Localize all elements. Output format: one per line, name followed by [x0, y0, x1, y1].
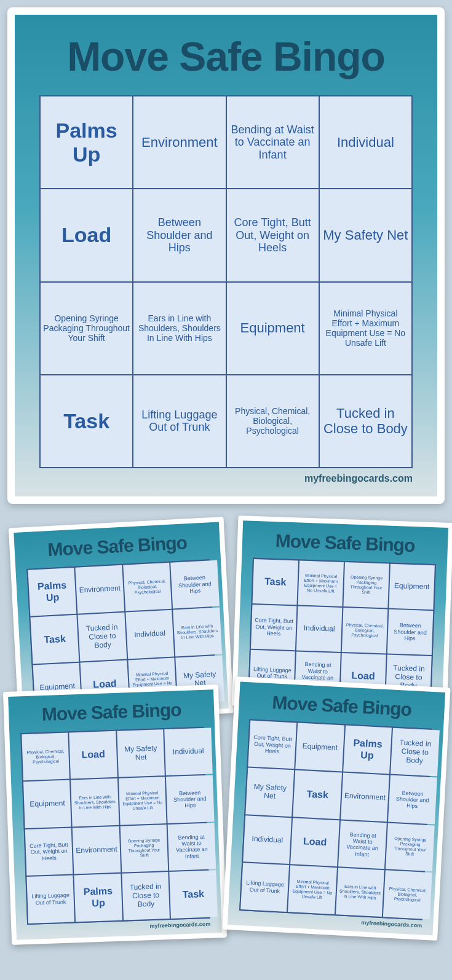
bingo-cell: Between Shoulder and Hips [170, 560, 219, 609]
bingo-cell: Ears in Line with Shoulders, Shoulders I… [336, 868, 384, 916]
bingo-cell: Lifting Luggage Out of Trunk [133, 375, 225, 467]
bingo-cell: Tucked in Close to Body [391, 728, 439, 777]
bingo-cell: Tucked in Close to Body [78, 613, 127, 661]
bingo-cell: Physical, Chemical, Biological, Psycholo… [227, 375, 319, 467]
bingo-cell: Environment [73, 826, 121, 874]
bingo-cell: Opening Syringe Packaging Throughout You… [343, 562, 389, 608]
bingo-cell: My Safety Net [245, 768, 294, 817]
bingo-cell: Individual [164, 727, 212, 775]
bingo-cell: Core Tight, Butt Out, Weight on Heels [227, 189, 319, 281]
bingo-cell: Tucked in Close to Body [320, 375, 411, 467]
card-title: Move Safe Bingo [250, 691, 434, 721]
bingo-cell: Load [41, 189, 132, 281]
bingo-cell: Opening Syringe Packaging Throughout You… [41, 283, 132, 374]
bingo-cell: Physical, Chemical, Biological, Psycholo… [22, 733, 69, 781]
bingo-cell: Environment [76, 565, 124, 614]
bingo-cell: Task [31, 615, 79, 664]
bingo-cell: Lifting Luggage Out of Trunk [240, 863, 289, 911]
bingo-cell: Palms Up [28, 568, 76, 616]
bingo-cell: Minimal Physical Effort + Maximum Equipm… [288, 865, 336, 914]
bingo-cell: Ears in Line with Shoulders, Shoulders I… [133, 283, 225, 374]
bingo-grid-main: Palms UpEnvironmentBending at Waist to V… [39, 95, 413, 468]
bingo-cell: Individual [320, 96, 411, 188]
bingo-grid-thumb4: Core Tight, Butt Out, Weight on HeelsEqu… [239, 719, 432, 920]
bingo-cell: Equipment [296, 723, 344, 772]
bingo-cell: Opening Syringe Packaging Throughout You… [120, 825, 168, 872]
bingo-cell: Core Tight, Butt Out, Weight on Heels [25, 828, 73, 876]
bingo-cell: Individual [125, 610, 174, 659]
thumb-card-3: Move Safe Bingo Physical, Chemical, Biol… [3, 684, 227, 944]
bingo-cell: Between Shoulder and Hips [387, 610, 433, 655]
thumbnails-area: Move Safe Bingo Palms UpEnvironmentPhysi… [7, 516, 445, 971]
bingo-cell: Opening Syringe Packaging Throughout You… [386, 823, 434, 871]
bingo-cell: My Safety Net [117, 729, 165, 777]
bingo-cell: Equipment [23, 780, 71, 828]
bingo-cell: Core Tight, Butt Out, Weight on Heels [251, 605, 296, 650]
bingo-cell: Between Shoulder and Hips [388, 775, 437, 824]
bingo-cell: Task [253, 559, 298, 605]
main-bingo-card: Move Safe Bingo Palms UpEnvironmentBendi… [7, 7, 445, 504]
bingo-cell: Ears in Line with Shoulders, Shoulders I… [71, 778, 119, 826]
bingo-grid-thumb3: Physical, Chemical, Biological, Psycholo… [20, 727, 210, 925]
bingo-cell: Palms Up [343, 726, 392, 774]
bingo-cell: Load [291, 818, 339, 866]
card-footer: myfreebingocards.com [39, 473, 413, 484]
bingo-cell: Lifting Luggage Out of Trunk [26, 876, 74, 923]
card-title: Move Safe Bingo [253, 530, 437, 557]
bingo-cell: Minimal Physical Effort + Maximum Equipm… [298, 561, 343, 606]
bingo-cell: Load [69, 731, 117, 779]
bingo-cell: My Safety Net [320, 189, 411, 281]
bingo-cell: Tucked in Close to Body [122, 872, 170, 920]
card-title: Move Safe Bingo [25, 531, 209, 562]
bingo-cell: Individual [296, 606, 342, 651]
bingo-cell: Individual [243, 815, 291, 864]
bingo-cell: Palms Up [41, 96, 132, 188]
thumb-card-4: Move Safe Bingo Core Tight, Butt Out, We… [222, 676, 450, 940]
bingo-cell: Environment [341, 773, 389, 821]
bingo-cell: Equipment [389, 564, 434, 610]
bingo-cell: Task [293, 770, 342, 819]
card-title: Move Safe Bingo [39, 33, 413, 80]
bingo-cell: Ears in Line with Shoulders, Shoulders I… [173, 608, 221, 656]
bingo-cell: Equipment [227, 283, 319, 374]
bingo-cell: Core Tight, Butt Out, Weight on Heels [248, 720, 296, 769]
bingo-cell: Bending at Waist to Vaccinate an Infant [168, 823, 216, 871]
bingo-cell: Task [41, 375, 132, 467]
bingo-cell: Physical, Chemical, Biological, Psycholo… [342, 608, 387, 653]
card-title: Move Safe Bingo [20, 699, 204, 726]
bingo-cell: Bending at Waist to Vaccinate an Infant [227, 96, 319, 188]
bingo-cell: Palms Up [74, 874, 122, 922]
bingo-cell: Environment [133, 96, 225, 188]
card-inner: Move Safe Bingo Palms UpEnvironmentBendi… [15, 15, 437, 496]
bingo-cell: Physical, Chemical, Biological, Psycholo… [123, 563, 172, 611]
bingo-cell: Physical, Chemical, Biological, Psycholo… [383, 870, 432, 919]
bingo-cell: Minimal Physical Effort + Maximum Equipm… [320, 283, 411, 374]
bingo-cell: Task [169, 870, 217, 918]
bingo-cell: Bending at Waist to Vaccinate an Infant [338, 820, 387, 869]
bingo-cell: Minimal Physical Effort + Maximum Equipm… [119, 777, 167, 825]
bingo-cell: Between Shoulder and Hips [166, 775, 214, 823]
bingo-cell: Between Shoulder and Hips [133, 189, 225, 281]
